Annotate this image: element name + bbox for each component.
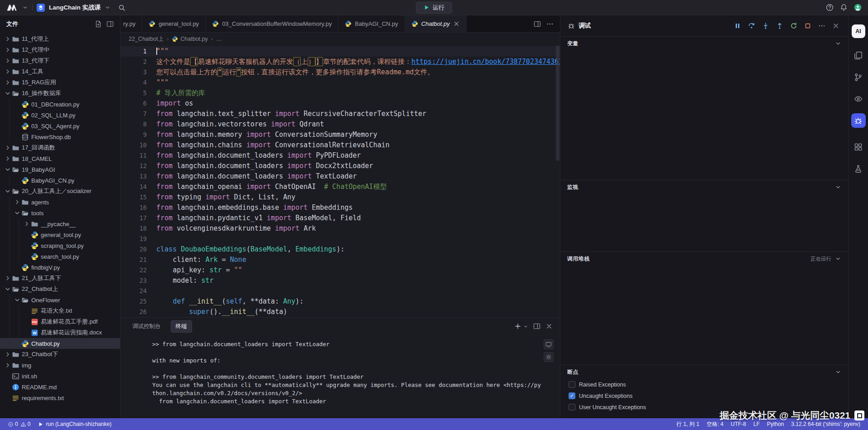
code-line[interactable]: 13from langchain.document_loaders import… — [121, 171, 560, 182]
problems-indicator[interactable]: 0 0 — [5, 418, 34, 430]
tree-file[interactable]: W易速鲜花运营指南.docx — [19, 327, 120, 338]
breakpoint-checkbox[interactable] — [569, 381, 575, 388]
code-line[interactable]: 20class DoubaoEmbeddings(BaseModel, Embe… — [121, 244, 560, 255]
step-over-button[interactable] — [747, 21, 757, 31]
marscode-logo-icon[interactable] — [6, 4, 18, 11]
editor-tab[interactable]: ry.py — [121, 15, 142, 32]
debug-section-header[interactable]: 变量 — [560, 37, 848, 50]
pause-button[interactable] — [733, 21, 743, 31]
code-line[interactable]: 14from langchain_openai import ChatOpenA… — [121, 182, 560, 192]
step-into-button[interactable] — [761, 21, 771, 31]
tree-folder[interactable]: __pycache__ — [19, 218, 120, 229]
more-actions-icon[interactable] — [546, 20, 554, 28]
breakpoint-item[interactable]: Uncaught Exceptions — [560, 390, 848, 401]
code-line[interactable]: 10from langchain.chains import Conversat… — [121, 140, 560, 150]
breadcrumb-item[interactable]: 22_Chatbot上 — [129, 35, 164, 43]
new-terminal-icon[interactable] — [514, 323, 521, 330]
breadcrumb-item[interactable]: Chatbot.py — [172, 36, 207, 42]
code-editor[interactable]: 1"""2这个文件是【易速鲜花聊天客服机器人的开发（上）】章节的配套代码，课程链… — [121, 45, 560, 317]
cursor-position[interactable]: 行 1, 列 1 — [673, 418, 703, 430]
code-line[interactable]: 17from langchain.pydantic_v1 import Base… — [121, 213, 560, 223]
code-line[interactable]: 4""" — [121, 77, 560, 88]
notifications-icon[interactable] — [840, 4, 848, 11]
tree-file[interactable]: findbigV.py — [10, 262, 120, 273]
ai-assistant-button[interactable]: AI — [852, 24, 865, 38]
code-line[interactable]: 12from langchain.document_loaders import… — [121, 161, 560, 171]
tree-folder[interactable]: img — [0, 360, 120, 371]
code-line[interactable]: 9from langchain.memory import Conversati… — [121, 130, 560, 140]
terminal-dropdown-icon[interactable] — [523, 324, 528, 329]
code-line[interactable]: 2这个文件是【易速鲜花聊天客服机器人的开发（上）】章节的配套代码，课程链接：ht… — [121, 57, 560, 67]
tree-folder[interactable]: 15_RAG应用 — [0, 77, 120, 88]
breakpoint-checkbox[interactable] — [569, 404, 575, 411]
code-line[interactable]: 15from typing import Dict, List, Any — [121, 192, 560, 203]
screencast-icon[interactable] — [544, 339, 554, 349]
run-config[interactable]: run (LangChain-shizhanke) — [34, 418, 115, 430]
tree-folder[interactable]: agents — [10, 197, 120, 208]
tree-file[interactable]: README.md — [0, 382, 120, 392]
tree-file[interactable]: search_tool.py — [19, 251, 120, 262]
tree-folder[interactable]: 21_人脉工具下 — [0, 273, 120, 284]
tree-file[interactable]: 03_SQL_Agent.py — [10, 121, 120, 131]
code-line[interactable]: 8from langchain.vectorstores import Qdra… — [121, 119, 560, 130]
code-line[interactable]: 7from langchain.text_splitter import Rec… — [121, 109, 560, 119]
tree-folder[interactable]: 17_回调函数 — [0, 142, 120, 153]
eol[interactable]: LF — [750, 418, 763, 430]
source-control-icon[interactable] — [851, 70, 866, 84]
tree-file[interactable]: scraping_tool.py — [19, 240, 120, 251]
run-button[interactable]: 运行 — [416, 2, 452, 14]
code-line[interactable]: 11from langchain.document_loaders import… — [121, 150, 560, 161]
code-line[interactable]: 25 def __init__(self, **data: Any): — [121, 296, 560, 307]
debug-section-header[interactable]: 断点 — [560, 365, 848, 379]
breakpoint-checkbox[interactable] — [569, 392, 575, 399]
code-line[interactable]: 1""" — [121, 46, 560, 57]
scrollbar-thumb[interactable] — [556, 45, 559, 161]
encoding[interactable]: UTF-8 — [728, 418, 749, 430]
workspace-chevron-icon[interactable] — [22, 5, 28, 10]
tree-file[interactable]: BabyAGI_CN.py — [10, 175, 120, 186]
close-panel-icon[interactable] — [545, 323, 553, 330]
user-avatar[interactable] — [854, 4, 862, 11]
code-line[interactable]: 26 super().__init__(**data) — [121, 307, 560, 317]
code-line[interactable]: 5# 导入所需的库 — [121, 88, 560, 98]
indentation[interactable]: 空格: 4 — [704, 418, 727, 430]
tree-folder[interactable]: 18_CAMEL — [0, 153, 120, 164]
code-line[interactable]: 6import os — [121, 98, 560, 109]
close-button[interactable] — [831, 21, 841, 31]
more-button[interactable] — [817, 21, 827, 31]
tests-icon[interactable] — [851, 161, 866, 176]
editor-tab[interactable]: general_tool.py — [142, 15, 206, 32]
breadcrumb-item[interactable]: … — [216, 36, 222, 42]
search-icon[interactable] — [118, 4, 125, 11]
tree-folder[interactable]: 11_代理上 — [0, 34, 120, 44]
tree-folder[interactable]: 16_操作数据库 — [0, 88, 120, 99]
stop-button[interactable] — [803, 21, 813, 31]
panel-tab[interactable]: 调试控制台 — [128, 321, 165, 332]
debug-icon[interactable] — [851, 113, 866, 128]
tree-folder[interactable]: 14_工具 — [0, 66, 120, 77]
tree-folder[interactable]: 22_Chatbot上 — [0, 284, 120, 295]
step-out-button[interactable] — [775, 21, 785, 31]
editor-tab[interactable]: BabyAGI_CN.py — [338, 15, 405, 32]
tree-file[interactable]: 02_SQL_LLM.py — [10, 110, 120, 121]
tree-file[interactable]: init.sh — [0, 371, 120, 382]
files-icon[interactable] — [851, 48, 866, 63]
tree-file[interactable]: PDF易速鲜花员工手册.pdf — [19, 316, 120, 327]
code-line[interactable]: 18from volcenginesdkarkruntime import Ar… — [121, 223, 560, 234]
preview-icon[interactable] — [851, 92, 866, 106]
new-file-icon[interactable] — [95, 20, 102, 28]
tree-file[interactable]: general_tool.py — [19, 229, 120, 240]
code-line[interactable]: 19 — [121, 234, 560, 244]
tree-folder[interactable]: tools — [10, 208, 120, 218]
language-mode[interactable]: Python — [764, 418, 787, 430]
tree-file[interactable]: requirements.txt — [0, 392, 120, 403]
restart-button[interactable] — [789, 21, 799, 31]
tree-file[interactable]: 花语大全.txt — [19, 305, 120, 316]
split-editor-icon[interactable] — [534, 20, 541, 28]
interpreter[interactable]: 3.12.2 64-bit ('shims': pyenv) — [788, 418, 863, 430]
terminal-output[interactable]: >> from langchain.document_loaders impor… — [121, 335, 560, 418]
tree-folder[interactable]: 23_Chatbot下 — [0, 349, 120, 360]
code-line[interactable]: 22 api_key: str = "" — [121, 265, 560, 275]
editor-tab[interactable]: Chatbot.py — [405, 15, 467, 32]
debug-section-header[interactable]: 监视 — [560, 180, 848, 194]
